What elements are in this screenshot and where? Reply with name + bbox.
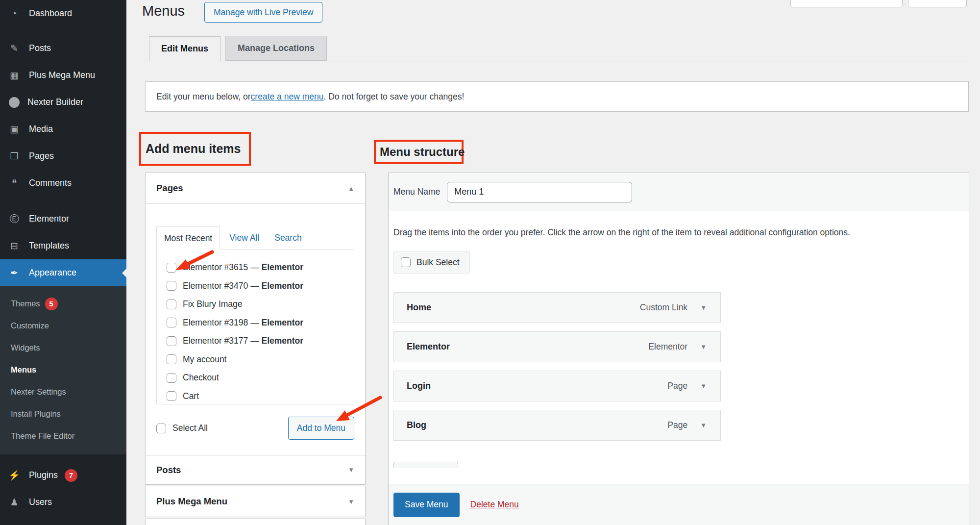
pages-tab-bar: Most Recent View All Search: [156, 226, 354, 250]
posts-metabox-header[interactable]: Posts ▼: [146, 455, 365, 484]
screen-options-button[interactable]: Screen Options: [790, 0, 903, 7]
themes-update-badge: 5: [45, 298, 58, 310]
menu-item-home[interactable]: Home Custom Link ▼: [393, 292, 721, 323]
sidebar-item-dashboard[interactable]: Dashboard: [0, 0, 126, 27]
sidebar-item-appearance[interactable]: Appearance: [0, 259, 126, 286]
sidebar-item-label: Posts: [29, 43, 51, 53]
bulk-select-checkbox[interactable]: [401, 257, 411, 267]
create-new-menu-link[interactable]: create a new menu: [251, 92, 324, 102]
menu-item-type: Page: [667, 381, 687, 391]
pages-metabox-header[interactable]: Pages ▲: [146, 173, 365, 204]
submenu-item-customize[interactable]: Customize: [0, 315, 126, 337]
add-menu-items-heading: Add menu items: [141, 134, 249, 164]
bulk-select-control[interactable]: Bulk Select: [393, 251, 470, 274]
dashboard-icon: [7, 8, 21, 19]
sidebar-item-label: Comments: [29, 178, 72, 188]
sidebar-item-media[interactable]: Media: [0, 116, 126, 143]
select-all-control: Select All: [156, 423, 208, 433]
submenu-label: Menus: [11, 365, 36, 375]
page-checklist-row: Checkout: [167, 369, 349, 387]
posts-metabox: Posts ▼: [145, 455, 366, 485]
sidebar-item-posts[interactable]: Posts: [0, 35, 126, 62]
sidebar-item-label: Dashboard: [29, 8, 72, 19]
add-to-menu-button[interactable]: Add to Menu: [288, 417, 354, 440]
sidebar-item-tools[interactable]: Tools: [0, 516, 126, 525]
submenu-item-widgets[interactable]: Widgets: [0, 337, 126, 359]
menu-item-label: Blog: [407, 420, 426, 430]
submenu-item-nexter-settings[interactable]: Nexter Settings: [0, 381, 126, 403]
tab-search[interactable]: Search: [274, 233, 301, 243]
sidebar-item-comments[interactable]: Comments: [0, 170, 126, 197]
help-button[interactable]: Help: [908, 0, 967, 7]
sidebar-item-label: Nexter Builder: [27, 97, 83, 107]
submenu-item-theme-file-editor[interactable]: Theme File Editor: [0, 425, 126, 447]
page-label: Elementor #3615 — Elementor: [183, 262, 303, 273]
menu-structure-body: Drag the items into the order you prefer…: [389, 211, 969, 468]
expand-down-icon[interactable]: ▼: [700, 382, 707, 390]
expand-down-icon[interactable]: ▼: [700, 422, 707, 429]
collapse-down-icon[interactable]: ▼: [348, 466, 354, 474]
menu-item-label: Home: [407, 302, 431, 313]
delete-menu-link[interactable]: Delete Menu: [470, 500, 519, 510]
menu-item-blog[interactable]: Blog Page ▼: [393, 410, 721, 441]
tab-most-recent[interactable]: Most Recent: [156, 226, 220, 250]
plugins-update-badge: 7: [65, 469, 77, 482]
bulk-select-label: Bulk Select: [416, 257, 460, 268]
page-checkbox[interactable]: [167, 318, 176, 327]
expand-down-icon[interactable]: ▼: [700, 304, 707, 311]
sidebar-item-plus-mega-menu[interactable]: Plus Mega Menu: [0, 62, 126, 89]
submenu-label: Widgets: [11, 343, 40, 352]
tab-view-all[interactable]: View All: [229, 233, 259, 243]
page-checkbox[interactable]: [167, 300, 176, 309]
submenu-item-install-plugins[interactable]: Install Plugins: [0, 403, 126, 425]
submenu-item-themes[interactable]: Themes 5: [0, 293, 126, 315]
notice-text: Edit your menu below, or: [156, 92, 251, 102]
page-checkbox[interactable]: [167, 263, 176, 273]
page-title: Menus: [142, 1, 185, 21]
expand-down-icon[interactable]: ▼: [700, 343, 707, 350]
admin-sidebar: Dashboard Posts Plus Mega Menu ! Nexter …: [0, 0, 126, 525]
menu-structure-panel: Menu Name Drag the items into the order …: [388, 173, 969, 525]
page-checkbox[interactable]: [167, 391, 176, 401]
menu-item-elementor[interactable]: Elementor Elementor ▼: [393, 331, 721, 362]
nav-tab-bar: Edit Menus Manage Locations: [145, 36, 969, 61]
page-label: Cart: [183, 391, 199, 401]
submenu-item-menus[interactable]: Menus: [0, 359, 126, 381]
submenu-label: Customize: [11, 321, 49, 330]
collapse-down-icon[interactable]: ▼: [348, 498, 354, 505]
sidebar-item-elementor[interactable]: Elementor: [0, 205, 126, 232]
plus-mega-menu-metabox-header[interactable]: Plus Mega Menu ▼: [146, 486, 365, 517]
page-label: My account: [183, 354, 226, 365]
comment-icon: [7, 177, 21, 189]
collapse-up-icon[interactable]: ▲: [348, 185, 354, 192]
next-metabox-partial: [145, 519, 366, 525]
page-label: Elementor #3470 — Elementor: [183, 281, 303, 291]
tab-manage-locations[interactable]: Manage Locations: [225, 36, 327, 61]
sidebar-item-label: Media: [29, 124, 53, 134]
manage-live-preview-button[interactable]: Manage with Live Preview: [204, 2, 322, 23]
menu-item-login[interactable]: Login Page ▼: [393, 371, 721, 401]
menu-name-input[interactable]: [447, 182, 632, 202]
menu-structure-annotation-box: Menu structure: [374, 140, 464, 164]
pages-metabox-body: Most Recent View All Search Elementor #3…: [146, 204, 365, 457]
notice-banner: Edit your menu below, or create a new me…: [145, 81, 969, 112]
sidebar-item-users[interactable]: Users: [0, 489, 126, 516]
menu-structure-heading: Menu structure: [376, 142, 462, 162]
sidebar-item-nexter-builder[interactable]: ! Nexter Builder: [0, 89, 126, 116]
page-checkbox[interactable]: [167, 281, 176, 291]
page-checkbox[interactable]: [167, 336, 176, 346]
sidebar-item-plugins[interactable]: Plugins 7: [0, 462, 126, 489]
page-checkbox[interactable]: [167, 354, 176, 364]
select-all-checkbox[interactable]: [156, 424, 166, 433]
plus-mega-menu-metabox-title: Plus Mega Menu: [156, 496, 227, 507]
tab-edit-menus[interactable]: Edit Menus: [149, 36, 220, 61]
page-checkbox[interactable]: [167, 373, 176, 383]
page-label: Elementor #3198 — Elementor: [183, 318, 303, 328]
sidebar-item-pages[interactable]: Pages: [0, 143, 126, 170]
menu-item-type: Page: [667, 420, 687, 430]
save-menu-button[interactable]: Save Menu: [393, 493, 460, 517]
page-checklist-panel: Elementor #3615 — Elementor Elementor #3…: [156, 250, 354, 404]
menu-item-type: Custom Link: [640, 302, 687, 313]
sidebar-item-templates[interactable]: Templates: [0, 232, 126, 259]
menu-name-row: Menu Name: [389, 173, 969, 211]
